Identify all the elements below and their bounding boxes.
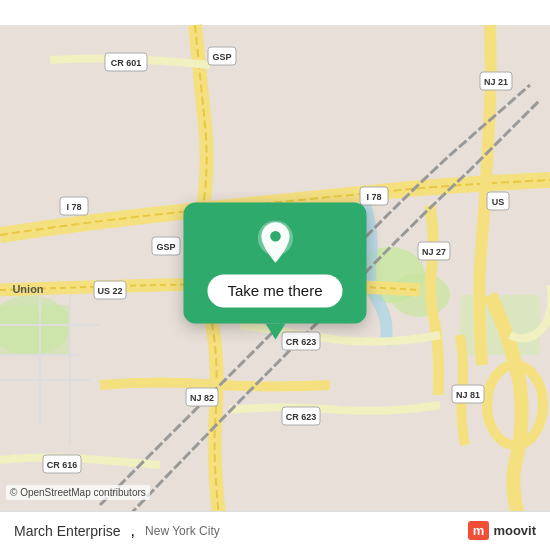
moovit-brand-text: moovit: [493, 523, 536, 538]
take-me-there-button[interactable]: Take me there: [207, 274, 342, 307]
svg-text:NJ 82: NJ 82: [190, 393, 214, 403]
svg-text:NJ 81: NJ 81: [456, 390, 480, 400]
svg-text:NJ 27: NJ 27: [422, 247, 446, 257]
svg-text:GSP: GSP: [212, 52, 231, 62]
location-separator: ,: [131, 522, 135, 540]
svg-point-42: [270, 231, 281, 242]
location-name: March Enterprise: [14, 523, 121, 539]
svg-text:CR 623: CR 623: [286, 412, 317, 422]
map-container: CR 601 GSP NJ 21 I 78 GSP I 78 US NJ 27 …: [0, 0, 550, 550]
svg-rect-5: [0, 305, 70, 355]
moovit-logo: m moovit: [468, 521, 536, 540]
bottom-bar: March Enterprise, New York City m moovit: [0, 511, 550, 550]
svg-text:US 22: US 22: [97, 286, 122, 296]
svg-text:NJ 21: NJ 21: [484, 77, 508, 87]
svg-text:CR 616: CR 616: [47, 460, 78, 470]
svg-text:CR 601: CR 601: [111, 58, 142, 68]
popup-card: Take me there: [183, 202, 366, 323]
moovit-icon: m: [468, 521, 490, 540]
svg-text:Union: Union: [12, 283, 43, 295]
svg-text:I 78: I 78: [66, 202, 81, 212]
svg-text:US: US: [492, 197, 505, 207]
svg-text:CR 623: CR 623: [286, 337, 317, 347]
location-city: New York City: [145, 524, 220, 538]
location-pin-icon: [253, 220, 297, 264]
copyright-text: © OpenStreetMap contributors: [6, 485, 150, 500]
svg-text:I 78: I 78: [366, 192, 381, 202]
svg-text:GSP: GSP: [156, 242, 175, 252]
